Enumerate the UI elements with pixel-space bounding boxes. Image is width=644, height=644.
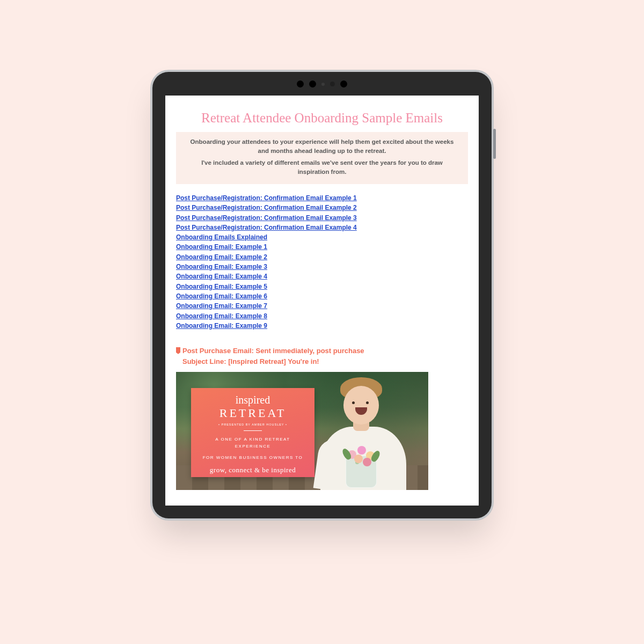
email-hero-banner: inspired RETREAT • PRESENTED BY AMBER HO… (176, 372, 428, 490)
toc-link[interactable]: Post Purchase/Registration: Confirmation… (176, 223, 468, 232)
intro-line-1: Onboarding your attendees to your experi… (188, 137, 456, 156)
toc-link[interactable]: Post Purchase/Registration: Confirmation… (176, 194, 468, 203)
ipad-screen: Retreat Attendee Onboarding Sample Email… (165, 96, 479, 506)
ipad-bezel: Retreat Attendee Onboarding Sample Email… (152, 72, 492, 518)
brand-tagline-2: FOR WOMEN BUSINESS OWNERS TO (197, 455, 308, 462)
woman-with-flowers-illustration (312, 380, 409, 490)
bookmark-icon (176, 347, 180, 354)
brand-script-text: inspired (197, 394, 308, 405)
brand-presented-by: • PRESENTED BY AMBER HOUSLEY • (197, 423, 308, 426)
ipad-camera-cluster (152, 80, 492, 87)
toc-link[interactable]: Onboarding Email: Example 3 (176, 262, 468, 272)
camera-dot-icon (321, 83, 325, 86)
divider (244, 430, 262, 431)
toc-link[interactable]: Post Purchase/Registration: Confirmation… (176, 214, 468, 223)
table-of-contents: Post Purchase/Registration: Confirmation… (176, 194, 468, 331)
toc-link[interactable]: Onboarding Email: Example 5 (176, 282, 468, 291)
toc-link[interactable]: Onboarding Email: Example 1 (176, 243, 468, 252)
hero-brand-card: inspired RETREAT • PRESENTED BY AMBER HO… (191, 388, 314, 477)
toc-link[interactable]: Onboarding Email: Example 9 (176, 321, 468, 331)
toc-link[interactable]: Onboarding Email: Example 6 (176, 292, 468, 301)
toc-link[interactable]: Post Purchase/Registration: Confirmation… (176, 203, 468, 213)
toc-link[interactable]: Onboarding Email: Example 2 (176, 253, 468, 262)
toc-link[interactable]: Onboarding Email: Example 4 (176, 272, 468, 281)
camera-dot-icon (340, 80, 347, 87)
section-heading: Post Purchase Email: Sent immediately, p… (176, 346, 468, 356)
toc-link[interactable]: Onboarding Email: Example 7 (176, 302, 468, 311)
document-body: Retreat Attendee Onboarding Sample Email… (165, 96, 479, 506)
intro-callout: Onboarding your attendees to your experi… (176, 132, 468, 184)
email-subject-line: Subject Line: [Inspired Retreat] You're … (176, 357, 468, 365)
ipad-frame: Retreat Attendee Onboarding Sample Email… (150, 70, 494, 521)
brand-tagline-3: grow, connect & be inspired (197, 466, 308, 474)
toc-link[interactable]: Onboarding Emails Explained (176, 233, 468, 242)
toc-link[interactable]: Onboarding Email: Example 8 (176, 312, 468, 321)
section-heading-text: Post Purchase Email: Sent immediately, p… (182, 347, 364, 355)
intro-line-2: I've included a variety of different ema… (188, 158, 456, 177)
brand-tagline-1: A ONE OF A KIND RETREAT EXPERIENCE (197, 436, 308, 450)
page-title: Retreat Attendee Onboarding Sample Email… (176, 111, 468, 126)
camera-dot-icon (297, 80, 304, 87)
camera-dot-icon (309, 80, 316, 87)
camera-dot-icon (330, 82, 335, 86)
ipad-power-button (493, 129, 496, 159)
brand-retreat-text: RETREAT (197, 406, 308, 420)
